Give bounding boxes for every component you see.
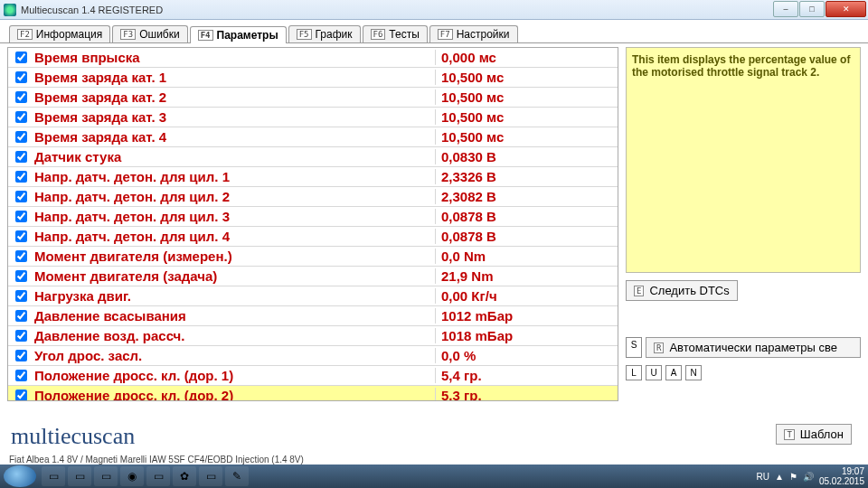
param-row[interactable]: Время заряда кат. 210,500 мс	[8, 88, 618, 108]
param-value: 5,3 гр.	[435, 388, 616, 401]
tray-lang: RU	[757, 472, 769, 482]
key-l[interactable]: L	[626, 365, 642, 380]
taskbar-icon[interactable]: ▭	[199, 466, 222, 486]
tab-f2[interactable]: F2Информация	[9, 25, 110, 42]
param-checkbox[interactable]	[15, 91, 27, 103]
tray-clock: 19:07 05.02.2015	[819, 466, 864, 486]
param-value: 1018 mБар	[435, 328, 616, 343]
param-row[interactable]: Напр. датч. детон. для цил. 30,0878 В	[8, 207, 618, 227]
start-button[interactable]	[4, 465, 36, 487]
template-button[interactable]: T Шаблон	[776, 424, 852, 445]
key-hint: F2	[17, 29, 33, 40]
taskbar-icon[interactable]: ▭	[42, 466, 65, 486]
param-name: Положение дросс. кл. (дор. 2)	[33, 388, 435, 401]
logo: multiecuscan	[11, 423, 135, 450]
param-row[interactable]: Нагрузка двиг.0,00 Кг/ч	[8, 286, 618, 306]
param-value: 1012 mБар	[435, 308, 616, 324]
param-row[interactable]: Момент двигателя (измерен.)0,0 Nm	[8, 247, 618, 267]
close-button[interactable]: ✕	[826, 1, 866, 17]
param-checkbox[interactable]	[15, 191, 27, 202]
tab-f5[interactable]: F5График	[288, 25, 361, 42]
param-checkbox[interactable]	[15, 52, 27, 63]
system-tray[interactable]: RU ▲ ⚑ 🔊 19:07 05.02.2015	[757, 466, 864, 486]
maximize-button[interactable]: □	[799, 1, 825, 17]
param-checkbox[interactable]	[15, 131, 27, 143]
param-row[interactable]: Напр. датч. детон. для цил. 12,3326 В	[8, 167, 618, 187]
tab-f6[interactable]: F6Тесты	[363, 25, 428, 42]
param-value: 0,0 Nm	[435, 249, 616, 264]
key-hint: F3	[120, 29, 136, 40]
param-checkbox[interactable]	[15, 290, 27, 302]
param-row[interactable]: Напр. датч. детон. для цил. 22,3082 В	[8, 187, 618, 207]
taskbar-icon[interactable]: ▭	[146, 466, 170, 486]
param-checkbox[interactable]	[15, 151, 27, 163]
param-value: 21,9 Nm	[435, 268, 616, 284]
param-row[interactable]: Положение дросс. кл. (дор. 2)5,3 гр.	[8, 386, 618, 401]
param-checkbox[interactable]	[15, 71, 27, 83]
param-value: 0,0 %	[435, 348, 616, 363]
follow-dtc-button[interactable]: E Следить DTCs	[626, 280, 738, 301]
param-checkbox[interactable]	[15, 370, 27, 381]
param-value: 0,00 Кг/ч	[435, 288, 616, 304]
param-checkbox[interactable]	[15, 230, 27, 242]
key-n[interactable]: N	[685, 365, 702, 380]
param-row[interactable]: Напр. датч. детон. для цил. 40,0878 В	[8, 227, 618, 247]
param-row[interactable]: Угол дрос. засл.0,0 %	[8, 346, 618, 366]
taskbar-icon[interactable]: ◉	[120, 466, 144, 486]
tray-icon: ⚑	[789, 472, 797, 482]
param-checkbox[interactable]	[15, 171, 27, 183]
param-name: Время заряда кат. 4	[33, 129, 435, 145]
param-checkbox[interactable]	[15, 270, 27, 282]
param-value: 2,3082 В	[435, 189, 616, 204]
param-value: 10,500 мс	[435, 109, 616, 125]
param-name: Датчик стука	[33, 149, 435, 164]
tab-label: Настройки	[457, 28, 510, 41]
param-value: 0,0830 В	[435, 149, 616, 164]
taskbar-icon[interactable]: ▭	[68, 466, 91, 486]
tab-label: Параметры	[217, 29, 278, 42]
key-u[interactable]: U	[646, 365, 662, 380]
key-a[interactable]: A	[665, 365, 682, 380]
param-value: 5,4 гр.	[435, 368, 616, 383]
button-label: Шаблон	[800, 427, 844, 441]
key-hint: F4	[198, 30, 213, 41]
tab-f4[interactable]: F4Параметры	[190, 26, 287, 43]
param-row[interactable]: Момент двигателя (задача)21,9 Nm	[8, 267, 618, 286]
param-table[interactable]: Время впрыска0,000 мсВремя заряда кат. 1…	[7, 47, 618, 401]
param-checkbox[interactable]	[15, 211, 27, 222]
tray-date: 05.02.2015	[819, 476, 864, 486]
tab-label: Информация	[36, 28, 102, 41]
auto-params-button[interactable]: R Автоматически параметры све	[646, 337, 861, 358]
tab-f7[interactable]: F7Настройки	[429, 25, 518, 42]
taskbar-icon[interactable]: ✿	[173, 466, 196, 486]
param-checkbox[interactable]	[15, 310, 27, 322]
param-value: 0,0878 В	[435, 229, 616, 244]
param-checkbox[interactable]	[15, 389, 27, 401]
param-checkbox[interactable]	[15, 111, 27, 123]
tab-f3[interactable]: F3Ошибки	[112, 25, 187, 42]
param-checkbox[interactable]	[15, 250, 27, 262]
param-name: Время заряда кат. 3	[33, 109, 435, 125]
param-checkbox[interactable]	[15, 350, 27, 361]
key-hint: T	[784, 429, 794, 440]
taskbar-icon[interactable]: ✎	[225, 466, 249, 486]
param-row[interactable]: Время заряда кат. 310,500 мс	[8, 108, 618, 127]
button-label: Следить DTCs	[649, 284, 729, 297]
param-row[interactable]: Время заряда кат. 110,500 мс	[8, 68, 618, 88]
param-name: Время заряда кат. 2	[33, 89, 435, 105]
minimize-button[interactable]: –	[773, 1, 798, 17]
param-row[interactable]: Время впрыска0,000 мс	[8, 48, 618, 68]
param-row[interactable]: Положение дросс. кл. (дор. 1)5,4 гр.	[8, 366, 618, 386]
taskbar-icon[interactable]: ▭	[94, 466, 118, 486]
key-hint: F7	[438, 29, 453, 40]
param-row[interactable]: Время заряда кат. 410,500 мс	[8, 127, 618, 147]
param-row[interactable]: Давление возд. рассч.1018 mБар	[8, 326, 618, 346]
param-row[interactable]: Датчик стука0,0830 В	[8, 147, 618, 167]
param-checkbox[interactable]	[15, 330, 27, 342]
window-title: Multiecuscan 1.4 REGISTERED	[21, 5, 163, 15]
key-s[interactable]: S	[626, 337, 642, 358]
param-row[interactable]: Давление всасывания1012 mБар	[8, 306, 618, 326]
key-hint: E	[634, 286, 644, 296]
param-name: Напр. датч. детон. для цил. 3	[33, 209, 435, 224]
tab-label: График	[316, 28, 353, 41]
